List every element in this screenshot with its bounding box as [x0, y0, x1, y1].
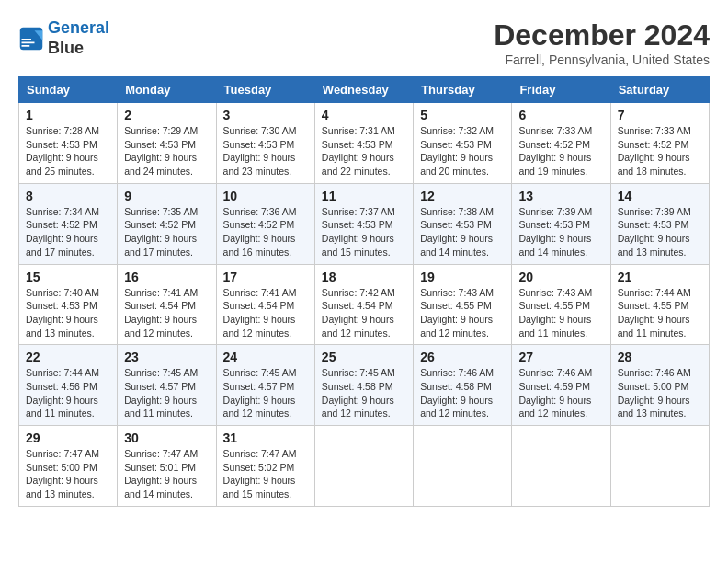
location-title: Farrell, Pennsylvania, United States	[494, 52, 710, 67]
day-info: Sunrise: 7:35 AMSunset: 4:52 PMDaylight:…	[124, 205, 209, 259]
calendar-day-cell: 20Sunrise: 7:43 AMSunset: 4:55 PMDayligh…	[512, 264, 610, 345]
calendar-day-cell: 28Sunrise: 7:46 AMSunset: 5:00 PMDayligh…	[610, 345, 709, 426]
calendar-day-cell: 7Sunrise: 7:33 AMSunset: 4:52 PMDaylight…	[610, 103, 709, 184]
day-number: 14	[618, 189, 702, 203]
day-number: 15	[26, 270, 110, 284]
weekday-header-friday: Friday	[512, 77, 610, 103]
day-info: Sunrise: 7:45 AMSunset: 4:57 PMDaylight:…	[124, 366, 209, 420]
day-number: 10	[223, 189, 308, 203]
calendar-day-cell: 31Sunrise: 7:47 AMSunset: 5:02 PMDayligh…	[216, 426, 314, 507]
calendar-day-cell: 1Sunrise: 7:28 AMSunset: 4:53 PMDaylight…	[19, 103, 118, 184]
day-info: Sunrise: 7:43 AMSunset: 4:55 PMDaylight:…	[420, 286, 505, 340]
empty-day-cell	[414, 426, 512, 507]
day-info: Sunrise: 7:39 AMSunset: 4:53 PMDaylight:…	[618, 205, 702, 259]
calendar-day-cell: 2Sunrise: 7:29 AMSunset: 4:53 PMDaylight…	[118, 103, 216, 184]
day-number: 3	[223, 108, 308, 122]
calendar-day-cell: 19Sunrise: 7:43 AMSunset: 4:55 PMDayligh…	[414, 264, 512, 345]
calendar-day-cell: 11Sunrise: 7:37 AMSunset: 4:53 PMDayligh…	[314, 183, 413, 264]
weekday-header-saturday: Saturday	[610, 77, 709, 103]
day-number: 2	[124, 108, 209, 122]
page-container: General Blue December 2024 Farrell, Penn…	[18, 18, 710, 507]
day-info: Sunrise: 7:47 AMSunset: 5:00 PMDaylight:…	[26, 447, 110, 501]
day-info: Sunrise: 7:43 AMSunset: 4:55 PMDaylight:…	[518, 286, 603, 340]
day-number: 9	[124, 189, 209, 203]
calendar-week-row: 15Sunrise: 7:40 AMSunset: 4:53 PMDayligh…	[19, 264, 710, 345]
calendar-table: SundayMondayTuesdayWednesdayThursdayFrid…	[18, 76, 710, 507]
day-info: Sunrise: 7:28 AMSunset: 4:53 PMDaylight:…	[26, 124, 110, 178]
day-number: 23	[124, 350, 209, 364]
calendar-day-cell: 24Sunrise: 7:45 AMSunset: 4:57 PMDayligh…	[216, 345, 314, 426]
calendar-day-cell: 5Sunrise: 7:32 AMSunset: 4:53 PMDaylight…	[414, 103, 512, 184]
weekday-header-thursday: Thursday	[414, 77, 512, 103]
day-info: Sunrise: 7:38 AMSunset: 4:53 PMDaylight:…	[420, 205, 505, 259]
day-info: Sunrise: 7:44 AMSunset: 4:55 PMDaylight:…	[618, 286, 702, 340]
weekday-header-row: SundayMondayTuesdayWednesdayThursdayFrid…	[19, 77, 710, 103]
calendar-day-cell: 3Sunrise: 7:30 AMSunset: 4:53 PMDaylight…	[216, 103, 314, 184]
day-info: Sunrise: 7:32 AMSunset: 4:53 PMDaylight:…	[420, 124, 505, 178]
day-number: 4	[322, 108, 406, 122]
day-number: 5	[420, 108, 505, 122]
day-number: 1	[26, 108, 110, 122]
day-info: Sunrise: 7:47 AMSunset: 5:02 PMDaylight:…	[223, 447, 308, 501]
calendar-day-cell: 29Sunrise: 7:47 AMSunset: 5:00 PMDayligh…	[19, 426, 118, 507]
calendar-day-cell: 21Sunrise: 7:44 AMSunset: 4:55 PMDayligh…	[610, 264, 709, 345]
calendar-week-row: 8Sunrise: 7:34 AMSunset: 4:52 PMDaylight…	[19, 183, 710, 264]
calendar-day-cell: 23Sunrise: 7:45 AMSunset: 4:57 PMDayligh…	[118, 345, 216, 426]
day-number: 19	[420, 270, 505, 284]
header-area: General Blue December 2024 Farrell, Penn…	[18, 18, 710, 67]
calendar-day-cell: 15Sunrise: 7:40 AMSunset: 4:53 PMDayligh…	[19, 264, 118, 345]
day-number: 11	[322, 189, 406, 203]
empty-day-cell	[512, 426, 610, 507]
day-number: 20	[518, 270, 603, 284]
day-number: 16	[124, 270, 209, 284]
svg-rect-4	[22, 45, 30, 47]
day-number: 18	[322, 270, 406, 284]
calendar-day-cell: 10Sunrise: 7:36 AMSunset: 4:52 PMDayligh…	[216, 183, 314, 264]
title-area: December 2024 Farrell, Pennsylvania, Uni…	[494, 18, 710, 67]
calendar-week-row: 29Sunrise: 7:47 AMSunset: 5:00 PMDayligh…	[19, 426, 710, 507]
calendar-day-cell: 22Sunrise: 7:44 AMSunset: 4:56 PMDayligh…	[19, 345, 118, 426]
day-number: 30	[124, 431, 209, 445]
day-info: Sunrise: 7:46 AMSunset: 4:58 PMDaylight:…	[420, 366, 505, 420]
day-info: Sunrise: 7:46 AMSunset: 5:00 PMDaylight:…	[618, 366, 702, 420]
calendar-day-cell: 17Sunrise: 7:41 AMSunset: 4:54 PMDayligh…	[216, 264, 314, 345]
calendar-day-cell: 25Sunrise: 7:45 AMSunset: 4:58 PMDayligh…	[314, 345, 413, 426]
calendar-day-cell: 14Sunrise: 7:39 AMSunset: 4:53 PMDayligh…	[610, 183, 709, 264]
logo-icon	[18, 26, 44, 52]
day-info: Sunrise: 7:40 AMSunset: 4:53 PMDaylight:…	[26, 286, 110, 340]
weekday-header-wednesday: Wednesday	[314, 77, 413, 103]
logo: General Blue	[18, 18, 109, 58]
calendar-day-cell: 16Sunrise: 7:41 AMSunset: 4:54 PMDayligh…	[118, 264, 216, 345]
calendar-day-cell: 27Sunrise: 7:46 AMSunset: 4:59 PMDayligh…	[512, 345, 610, 426]
logo-line1: General	[48, 18, 109, 37]
empty-day-cell	[314, 426, 413, 507]
day-info: Sunrise: 7:36 AMSunset: 4:52 PMDaylight:…	[223, 205, 308, 259]
day-number: 22	[26, 350, 110, 364]
empty-day-cell	[610, 426, 709, 507]
day-info: Sunrise: 7:42 AMSunset: 4:54 PMDaylight:…	[322, 286, 406, 340]
day-number: 17	[223, 270, 308, 284]
calendar-day-cell: 8Sunrise: 7:34 AMSunset: 4:52 PMDaylight…	[19, 183, 118, 264]
day-info: Sunrise: 7:33 AMSunset: 4:52 PMDaylight:…	[518, 124, 603, 178]
logo-line2: Blue	[48, 39, 109, 59]
weekday-header-sunday: Sunday	[19, 77, 118, 103]
day-number: 7	[618, 108, 702, 122]
day-number: 6	[518, 108, 603, 122]
day-number: 28	[618, 350, 702, 364]
calendar-day-cell: 12Sunrise: 7:38 AMSunset: 4:53 PMDayligh…	[414, 183, 512, 264]
calendar-day-cell: 6Sunrise: 7:33 AMSunset: 4:52 PMDaylight…	[512, 103, 610, 184]
day-info: Sunrise: 7:37 AMSunset: 4:53 PMDaylight:…	[322, 205, 406, 259]
day-number: 26	[420, 350, 505, 364]
day-info: Sunrise: 7:31 AMSunset: 4:53 PMDaylight:…	[322, 124, 406, 178]
calendar-day-cell: 9Sunrise: 7:35 AMSunset: 4:52 PMDaylight…	[118, 183, 216, 264]
day-info: Sunrise: 7:33 AMSunset: 4:52 PMDaylight:…	[618, 124, 702, 178]
day-info: Sunrise: 7:46 AMSunset: 4:59 PMDaylight:…	[518, 366, 603, 420]
weekday-header-monday: Monday	[118, 77, 216, 103]
day-info: Sunrise: 7:47 AMSunset: 5:01 PMDaylight:…	[124, 447, 209, 501]
weekday-header-tuesday: Tuesday	[216, 77, 314, 103]
day-number: 29	[26, 431, 110, 445]
day-info: Sunrise: 7:41 AMSunset: 4:54 PMDaylight:…	[223, 286, 308, 340]
calendar-week-row: 1Sunrise: 7:28 AMSunset: 4:53 PMDaylight…	[19, 103, 710, 184]
day-number: 13	[518, 189, 603, 203]
day-number: 31	[223, 431, 308, 445]
